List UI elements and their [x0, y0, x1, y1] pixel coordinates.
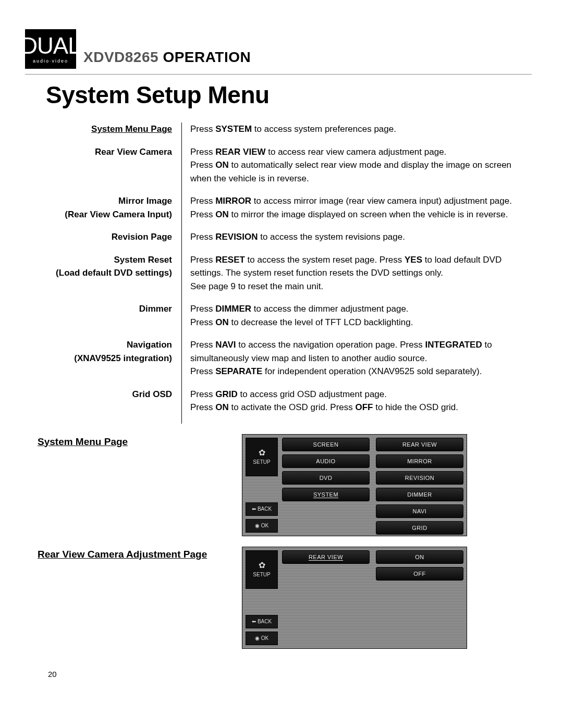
menu-item[interactable]: AUDIO [282, 454, 370, 468]
header: DUAL audio·video XDVD8265 OPERATION [25, 29, 532, 69]
menu-item[interactable]: OFF [376, 567, 463, 581]
arrow-left-icon: ⬅ [252, 506, 256, 512]
row-divider [181, 194, 182, 230]
row-divider [181, 145, 182, 195]
screen-left-panel: ✿SETUP⬅BACK◉OK [246, 438, 278, 533]
row-divider [181, 388, 182, 424]
menu-item[interactable]: ON [376, 550, 463, 564]
setup-label: SETUP [253, 459, 270, 465]
menu-item[interactable]: GRID [376, 521, 463, 535]
row-text: Press REAR VIEW to access rear view came… [190, 145, 515, 195]
row-label: Navigation(XNAV9525 integration) [38, 338, 173, 388]
ok-label: OK [261, 523, 268, 528]
circle-icon: ◉ [255, 635, 260, 641]
row-divider [181, 230, 182, 253]
menu-item[interactable]: NAVI [376, 504, 463, 518]
row-label: Mirror Image(Rear View Camera Input) [38, 194, 173, 230]
header-divider [25, 74, 532, 75]
back-label: BACK [258, 619, 272, 624]
back-button[interactable]: ⬅BACK [246, 502, 278, 516]
row-text: Press GRID to access grid OSD adjustment… [190, 388, 515, 424]
screen-col-right: ONOFF [376, 550, 463, 645]
screen-col-left: SCREENAUDIODVDSYSTEM [282, 438, 370, 535]
page-number: 20 [48, 670, 532, 678]
ok-button[interactable]: ◉OK [246, 519, 278, 533]
row-label: Revision Page [38, 230, 173, 253]
menu-item[interactable]: DVD [282, 471, 370, 485]
device-screen: ✿SETUP⬅BACK◉OKREAR VIEWONOFF [242, 547, 467, 649]
row-label: Grid OSD [38, 388, 173, 424]
row-text: Press REVISION to access the system revi… [190, 230, 515, 253]
model-number: XDVD8265 [83, 49, 158, 65]
gear-icon: ✿ [259, 561, 265, 570]
arrow-left-icon: ⬅ [252, 619, 256, 624]
logo-subtext: audio·video [33, 58, 68, 64]
menu-item[interactable]: SCREEN [282, 438, 370, 451]
row-divider [181, 302, 182, 338]
row-label: System Menu Page [38, 122, 173, 145]
logo-text: DUAL [21, 34, 80, 60]
back-button[interactable]: ⬅BACK [246, 615, 278, 628]
row-text: Press RESET to access the system reset p… [190, 253, 515, 303]
screenshot-label: Rear View Camera Adjustment Page [38, 547, 237, 560]
header-title: XDVD8265 OPERATION [83, 49, 251, 66]
setup-button[interactable]: ✿SETUP [246, 438, 278, 476]
menu-item[interactable]: REAR VIEW [376, 438, 463, 451]
setup-button[interactable]: ✿SETUP [246, 550, 278, 589]
row-divider [181, 253, 182, 303]
screen-col-left: REAR VIEW [282, 550, 370, 645]
circle-icon: ◉ [255, 523, 260, 528]
row-text: Press MIRROR to access mirror image (rea… [190, 194, 515, 230]
screen-left-panel: ✿SETUP⬅BACK◉OK [246, 550, 278, 645]
row-text: Press SYSTEM to access system preference… [190, 122, 515, 145]
menu-item[interactable]: MIRROR [376, 454, 463, 468]
screenshot-row: System Menu Page✿SETUP⬅BACK◉OKSCREENAUDI… [38, 434, 532, 536]
row-text: Press DIMMER to access the dimmer adjust… [190, 302, 515, 338]
screen-col-right: REAR VIEWMIRRORREVISIONDIMMERNAVIGRID [376, 438, 463, 535]
ok-label: OK [261, 635, 268, 641]
setup-label: SETUP [253, 572, 270, 577]
row-divider [181, 122, 182, 145]
menu-item[interactable]: REAR VIEW [282, 550, 370, 564]
row-label: Rear View Camera [38, 145, 173, 195]
screenshot-label: System Menu Page [38, 434, 237, 448]
row-text: Press NAVI to access the navigation oper… [190, 338, 515, 388]
menu-item[interactable]: DIMMER [376, 488, 463, 501]
device-screen: ✿SETUP⬅BACK◉OKSCREENAUDIODVDSYSTEMREAR V… [242, 434, 467, 536]
ok-button[interactable]: ◉OK [246, 632, 278, 645]
back-label: BACK [258, 506, 272, 512]
screenshot-row: Rear View Camera Adjustment Page✿SETUP⬅B… [38, 547, 532, 649]
row-label: System Reset(Load default DVD settings) [38, 253, 173, 303]
content-table: System Menu PagePress SYSTEM to access s… [38, 122, 515, 424]
menu-item[interactable]: SYSTEM [282, 488, 370, 501]
header-operation: OPERATION [163, 49, 251, 65]
row-divider [181, 338, 182, 388]
gear-icon: ✿ [259, 449, 265, 457]
brand-logo: DUAL audio·video [25, 29, 76, 69]
page-title: System Setup Menu [46, 81, 532, 109]
row-label: Dimmer [38, 302, 173, 338]
menu-item[interactable]: REVISION [376, 471, 463, 485]
